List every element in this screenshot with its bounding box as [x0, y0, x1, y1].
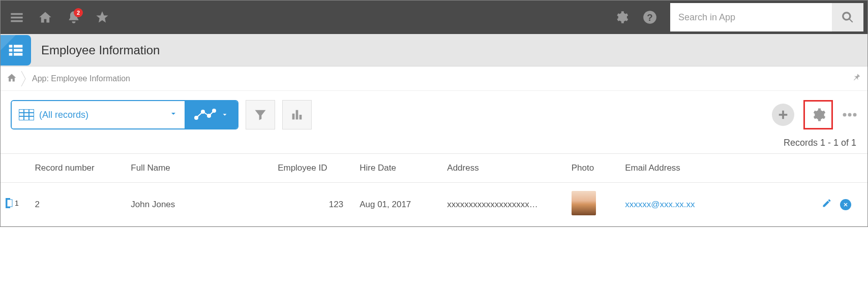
svg-point-28 [843, 113, 847, 117]
breadcrumb-home-icon[interactable] [7, 73, 19, 85]
svg-rect-10 [14, 53, 22, 55]
help-icon[interactable]: ? [638, 5, 662, 29]
favorites-icon[interactable] [90, 5, 114, 29]
graph-view-button[interactable] [185, 101, 237, 128]
svg-rect-9 [9, 53, 13, 55]
cell-photo [565, 183, 619, 226]
chevron-down-icon [169, 110, 177, 120]
svg-point-30 [853, 113, 857, 117]
chevron-down-icon [221, 111, 228, 118]
search-box [670, 3, 863, 31]
svg-rect-5 [9, 45, 13, 47]
col-header-full-name[interactable]: Full Name [125, 154, 272, 183]
notifications-icon[interactable]: 2 [62, 5, 86, 29]
settings-icon[interactable] [609, 5, 634, 29]
col-header-hire-date[interactable]: Hire Date [353, 154, 441, 183]
svg-rect-25 [300, 115, 302, 119]
col-header-photo[interactable]: Photo [565, 154, 619, 183]
col-header-employee-id[interactable]: Employee ID [272, 154, 353, 183]
cell-employee-id: 123 [272, 183, 353, 226]
chart-button[interactable] [282, 100, 312, 129]
row-index: 1 [15, 199, 19, 207]
col-header-record-number[interactable]: Record number [29, 154, 125, 183]
svg-rect-8 [14, 49, 22, 51]
view-select-label: (All records) [39, 110, 88, 120]
delete-row-button[interactable] [840, 199, 851, 210]
svg-line-20 [196, 112, 203, 118]
svg-rect-27 [779, 114, 788, 116]
records-count: Records 1 - 1 of 1 [1, 136, 867, 153]
notification-badge: 2 [74, 8, 83, 17]
menu-icon[interactable] [5, 5, 29, 29]
app-settings-button[interactable] [803, 100, 833, 129]
svg-rect-7 [9, 49, 13, 51]
svg-rect-11 [19, 109, 34, 120]
cell-record-number: 2 [29, 183, 125, 226]
filter-button[interactable] [246, 100, 275, 129]
svg-point-29 [848, 113, 852, 117]
col-header-email[interactable]: Email Address [619, 154, 799, 183]
breadcrumb: App: Employee Information [1, 67, 867, 91]
edit-row-button[interactable] [822, 198, 832, 211]
search-input[interactable] [670, 3, 832, 31]
breadcrumb-text: App: Employee Information [32, 74, 130, 83]
view-toolbar: (All records) [1, 91, 867, 136]
svg-line-21 [203, 112, 209, 116]
row-marker: 1 [6, 198, 19, 208]
pin-icon[interactable] [852, 73, 861, 84]
svg-rect-1 [11, 17, 22, 19]
svg-rect-6 [14, 45, 22, 47]
svg-text:?: ? [647, 12, 652, 23]
app-titlebar: Employee Information [1, 34, 867, 67]
svg-line-22 [209, 111, 214, 116]
app-title: Employee Information [41, 43, 160, 57]
app-icon [1, 35, 31, 66]
cell-address: xxxxxxxxxxxxxxxxxxx… [441, 183, 565, 226]
svg-rect-0 [11, 13, 22, 15]
more-menu-button[interactable] [842, 111, 857, 119]
home-icon[interactable] [33, 5, 57, 29]
svg-rect-32 [7, 200, 12, 207]
cell-hire-date: Aug 01, 2017 [353, 183, 441, 226]
search-button[interactable] [832, 3, 863, 31]
view-selector-group: (All records) [11, 100, 238, 129]
view-select-dropdown[interactable]: (All records) [12, 101, 185, 128]
breadcrumb-separator-icon [21, 71, 27, 86]
table-row[interactable]: 1 2 John Jones 123 Aug 01, 2017 xxxxxxxx… [1, 183, 867, 226]
svg-rect-23 [292, 114, 295, 120]
svg-rect-2 [11, 20, 22, 22]
add-record-button[interactable] [772, 104, 794, 126]
records-table: Record number Full Name Employee ID Hire… [1, 153, 867, 226]
cell-email-link[interactable]: xxxxxx@xxx.xx.xx [625, 200, 695, 209]
svg-rect-24 [296, 110, 298, 120]
photo-thumbnail[interactable] [572, 191, 596, 215]
global-header: 2 ? [1, 1, 867, 34]
cell-full-name: John Jones [125, 183, 272, 226]
col-header-address[interactable]: Address [441, 154, 565, 183]
